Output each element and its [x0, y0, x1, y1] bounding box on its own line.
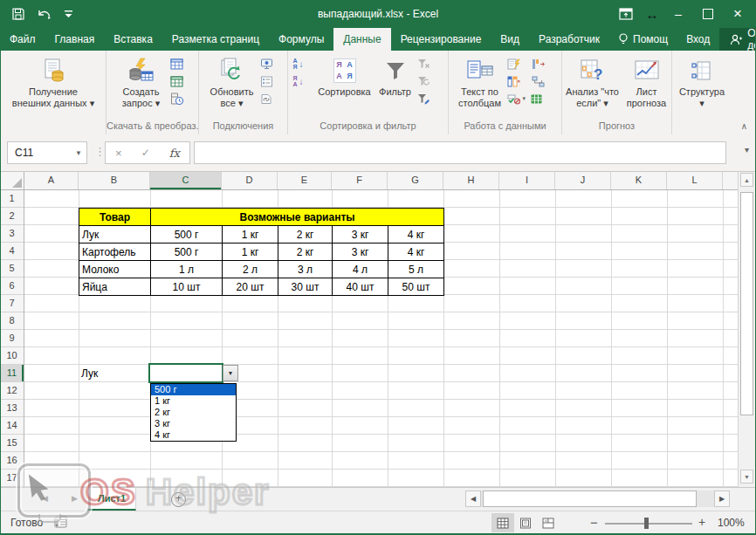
dropdown-item[interactable]: 1 кг: [151, 395, 236, 407]
row-header[interactable]: 10: [0, 347, 24, 365]
vertical-scroll-thumb[interactable]: [740, 192, 753, 415]
sheet-nav-right-icon[interactable]: ▶: [72, 494, 78, 503]
cancel-formula-icon[interactable]: ×: [115, 147, 122, 160]
zoom-slider[interactable]: [605, 523, 692, 525]
table-cell[interactable]: 20 шт: [223, 278, 278, 296]
advanced-filter-icon[interactable]: [417, 92, 443, 106]
col-header-h[interactable]: H: [443, 171, 499, 189]
properties-icon[interactable]: [260, 74, 283, 88]
table-cell[interactable]: 500 г: [151, 226, 223, 243]
tab-insert[interactable]: Вставка: [104, 28, 162, 51]
select-all-corner[interactable]: [0, 171, 24, 189]
table-cell[interactable]: 50 шт: [388, 278, 444, 296]
minimize-button[interactable]: –: [665, 3, 691, 25]
name-box-dropdown-icon[interactable]: ▼: [71, 149, 86, 157]
scroll-up-icon[interactable]: ▲: [740, 173, 753, 187]
share-button[interactable]: Общий доступ: [719, 28, 756, 51]
col-header-d[interactable]: D: [222, 171, 278, 189]
collapse-ribbon-icon[interactable]: ∧: [741, 121, 747, 131]
clear-filter-icon[interactable]: [417, 57, 443, 71]
sort-ascending-icon[interactable]: АЯ↓: [293, 57, 316, 71]
tab-page-layout[interactable]: Разметка страниц: [162, 28, 269, 51]
tab-view[interactable]: Вид: [491, 28, 529, 51]
tab-developer[interactable]: Разработчик: [529, 28, 609, 51]
table-cell[interactable]: 2 кг: [278, 243, 333, 261]
table-cell[interactable]: Яйца: [79, 278, 151, 296]
name-box[interactable]: C11 ▼: [7, 141, 87, 164]
row-header[interactable]: 14: [0, 417, 24, 435]
data-validation-dropdown-icon[interactable]: ▾: [523, 95, 526, 102]
formula-input[interactable]: [194, 141, 726, 164]
zoom-level[interactable]: 100%: [718, 517, 745, 529]
cell-dropdown-button[interactable]: ▼: [223, 365, 238, 381]
view-normal-button[interactable]: [491, 513, 514, 532]
table-cell[interactable]: 3 л: [278, 261, 333, 278]
table-cell[interactable]: 10 шт: [151, 278, 223, 296]
manage-data-model-icon[interactable]: [530, 93, 543, 105]
text-to-columns-button[interactable]: Текст по столбцам: [453, 52, 507, 109]
table-cell[interactable]: 1 кг: [223, 243, 278, 261]
col-header-c[interactable]: C: [150, 171, 222, 189]
vertical-scrollbar[interactable]: ▲ ▼: [738, 171, 755, 487]
sign-in-button[interactable]: Вход: [677, 28, 719, 51]
col-header-k[interactable]: K: [611, 171, 667, 189]
col-header-a[interactable]: A: [24, 171, 79, 189]
table-cell[interactable]: 1 л: [151, 261, 223, 278]
sheet-nav-left-icon[interactable]: ◀: [42, 494, 48, 503]
table-cell[interactable]: 1 кг: [223, 226, 278, 243]
row-header[interactable]: 2: [0, 208, 24, 225]
dropdown-item[interactable]: 4 кг: [151, 429, 236, 441]
maximize-button[interactable]: [695, 3, 721, 25]
table-cell[interactable]: 5 л: [388, 261, 444, 278]
dropdown-item[interactable]: 500 г: [151, 384, 236, 395]
view-page-break-button[interactable]: [537, 513, 560, 532]
new-query-button[interactable]: Создать запрос ▾: [113, 52, 170, 109]
what-if-analysis-button[interactable]: ? Анализ "что если" ▾: [563, 52, 622, 109]
edit-links-icon[interactable]: [260, 92, 283, 106]
sort-button[interactable]: ЯААЯ Сортировка: [316, 52, 374, 98]
recent-sources-icon[interactable]: [170, 92, 193, 106]
col-header-b[interactable]: B: [79, 171, 150, 189]
table-cell[interactable]: 4 кг: [388, 226, 444, 243]
data-validation-icon[interactable]: [507, 93, 520, 105]
row-header[interactable]: 16: [0, 452, 24, 470]
row-header[interactable]: 8: [0, 312, 24, 330]
dropdown-item[interactable]: 2 кг: [151, 407, 236, 418]
table-cell[interactable]: Лук: [79, 226, 151, 243]
col-header-e[interactable]: E: [278, 171, 332, 189]
col-header-f[interactable]: F: [332, 171, 388, 189]
zoom-slider-thumb[interactable]: [644, 518, 649, 529]
horizontal-scrollbar[interactable]: ◀ ▶: [465, 490, 730, 507]
from-table-icon[interactable]: [170, 74, 193, 88]
remove-duplicates-icon[interactable]: [507, 76, 520, 87]
tab-data[interactable]: Данные: [333, 28, 390, 51]
row-header[interactable]: 13: [0, 400, 24, 417]
row-header[interactable]: 12: [0, 382, 24, 400]
new-sheet-button[interactable]: +: [171, 492, 186, 507]
table-cell[interactable]: Картофель: [79, 243, 151, 261]
row-header-11[interactable]: 11: [0, 365, 24, 382]
tab-review[interactable]: Рецензирование: [391, 28, 491, 51]
view-page-layout-button[interactable]: [514, 513, 537, 532]
table-cell[interactable]: 4 л: [333, 261, 388, 278]
horizontal-scroll-thumb[interactable]: [483, 490, 697, 507]
cell-b11[interactable]: Лук: [81, 365, 98, 382]
flash-fill-icon[interactable]: [507, 58, 520, 70]
outline-button[interactable]: Структура ▾: [675, 52, 729, 109]
scroll-left-icon[interactable]: ◀: [465, 490, 481, 507]
table-cell[interactable]: 30 шт: [278, 278, 333, 296]
zoom-out-icon[interactable]: −: [590, 515, 598, 530]
show-queries-icon[interactable]: [170, 57, 193, 71]
scroll-right-icon[interactable]: ▶: [714, 490, 730, 507]
tab-home[interactable]: Главная: [45, 28, 105, 51]
table-header-product[interactable]: Товар: [79, 209, 151, 226]
filter-button[interactable]: Фильтр: [374, 52, 417, 98]
refresh-all-button[interactable]: Обновить все ▾: [204, 52, 260, 109]
dropdown-item[interactable]: 3 кг: [151, 418, 236, 429]
col-header-g[interactable]: G: [388, 171, 443, 189]
zoom-in-icon[interactable]: +: [698, 515, 705, 529]
row-header[interactable]: 9: [0, 330, 24, 347]
forecast-sheet-button[interactable]: Лист прогноза: [622, 52, 671, 109]
row-header[interactable]: 15: [0, 435, 24, 452]
table-header-variants[interactable]: Возможные варианты: [151, 209, 444, 226]
